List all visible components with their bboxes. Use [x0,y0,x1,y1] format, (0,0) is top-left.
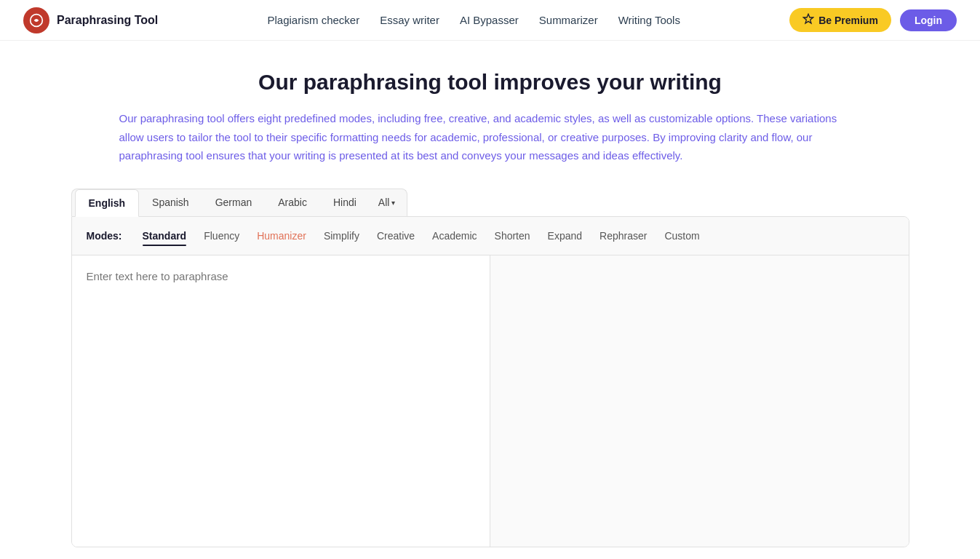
language-tabs: English Spanish German Arabic Hindi All … [71,189,408,216]
mode-academic[interactable]: Academic [423,226,485,246]
main-content: Our paraphrasing tool improves your writ… [54,41,927,547]
editor-container: Modes: Standard Fluency Humanizer Simpli… [71,216,909,547]
mode-humanizer[interactable]: Humanizer [248,226,315,246]
page-title: Our paraphrasing tool improves your writ… [71,70,909,95]
logo-icon [23,7,49,33]
navbar-links: Plagiarism checker Essay writer AI Bypas… [268,14,680,26]
output-pane [490,255,909,547]
mode-fluency[interactable]: Fluency [195,226,248,246]
lang-tab-english[interactable]: English [75,189,140,217]
premium-icon [802,13,814,27]
output-area [490,255,909,547]
premium-label: Be Premium [818,15,878,26]
mode-expand[interactable]: Expand [539,226,591,246]
lang-tab-german[interactable]: German [202,189,266,215]
nav-ai-bypasser[interactable]: AI Bypasser [460,14,519,26]
logo-text: Paraphrasing Tool [57,14,158,27]
nav-writing-tools[interactable]: Writing Tools [618,14,680,26]
lang-tab-all[interactable]: All ▾ [370,189,405,215]
page-description: Our paraphrasing tool offers eight prede… [119,109,861,165]
navbar-logo-area: Paraphrasing Tool [23,7,158,33]
nav-essay[interactable]: Essay writer [380,14,439,26]
modes-label: Modes: [87,230,122,242]
mode-shorten[interactable]: Shorten [486,226,539,246]
mode-standard[interactable]: Standard [134,226,196,246]
mode-simplify[interactable]: Simplify [315,226,368,246]
nav-summarizer[interactable]: Summarizer [539,14,598,26]
input-pane [72,255,491,547]
svg-marker-1 [804,14,813,23]
navbar-actions: Be Premium Login [789,8,957,32]
navbar: Paraphrasing Tool Plagiarism checker Ess… [0,0,980,41]
login-button[interactable]: Login [900,9,957,31]
chevron-down-icon: ▾ [391,199,395,207]
lang-tab-hindi[interactable]: Hindi [320,189,370,215]
mode-rephraser[interactable]: Rephraser [591,226,656,246]
mode-custom[interactable]: Custom [656,226,708,246]
input-textarea[interactable] [72,255,490,547]
premium-button[interactable]: Be Premium [789,8,891,32]
lang-tab-spanish[interactable]: Spanish [139,189,202,215]
mode-creative[interactable]: Creative [368,226,423,246]
editors-split [72,255,909,547]
nav-plagiarism[interactable]: Plagiarism checker [268,14,360,26]
lang-tab-arabic[interactable]: Arabic [265,189,320,215]
modes-bar: Modes: Standard Fluency Humanizer Simpli… [72,217,909,255]
